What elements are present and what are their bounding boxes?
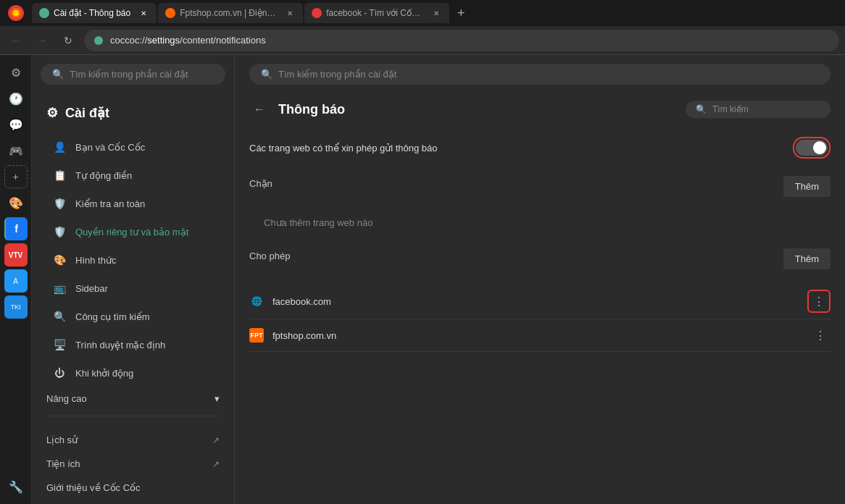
lich-su-label: Lịch sử <box>46 434 78 445</box>
notifications-panel: ← Thông báo 🔍 Các trang web có thể xin p… <box>235 85 845 366</box>
divider <box>46 416 220 416</box>
nav-item-tu-dong-dien[interactable]: 📋 Tự động điền <box>38 161 228 189</box>
toggle-wrapper <box>793 137 831 159</box>
nav-item-hinh-thuc[interactable]: 🎨 Hình thức <box>38 246 228 274</box>
sidebar-icon-history[interactable]: 🕐 <box>4 87 28 110</box>
sidebar-icon-messenger[interactable]: 💬 <box>4 113 28 136</box>
chan-section-row: Chặn Thêm <box>249 176 831 197</box>
sidebar-icon-tiki[interactable]: TKI <box>4 295 28 319</box>
external-link-icon-2: ↗ <box>212 459 220 469</box>
content-area: 🔍 ← Thông báo 🔍 Các trang web có thể xin… <box>235 55 845 504</box>
search-tool-icon: 🔍 <box>52 309 67 324</box>
palette-icon: 🎨 <box>52 253 67 267</box>
tien-ich-link[interactable]: Tiện ích ↗ <box>32 452 234 476</box>
tab-bar: Cài đặt - Thông báo ✕ Fptshop.com.vn | Đ… <box>0 0 845 26</box>
cho-phep-label: Cho phép <box>249 251 290 261</box>
tab-facebook-close[interactable]: ✕ <box>430 7 442 19</box>
content-search-icon: 🔍 <box>261 69 272 80</box>
notif-title-row: ← Thông báo <box>249 99 345 119</box>
nav-item-quyen-rieng-tu[interactable]: 🛡️ Quyền riêng tư và bảo mật <box>38 218 228 245</box>
browser-sidebar: ⚙ 🕐 💬 🎮 + 🎨 f VTV A TKI 🔧 <box>0 55 32 504</box>
settings-search-bar[interactable]: 🔍 <box>41 64 225 85</box>
external-link-icon: ↗ <box>212 435 220 445</box>
nav-item-cong-cu-tim-kiem[interactable]: 🔍 Công cụ tìm kiếm <box>38 303 228 330</box>
nav-label: Khi khởi động <box>75 368 133 379</box>
coccoc-logo-small <box>93 35 104 46</box>
notif-search-bar[interactable]: 🔍 <box>686 101 831 118</box>
address-bold: settings <box>147 35 180 46</box>
gioi-thieu-label: Giới thiệu về Cốc Cốc <box>46 482 141 493</box>
tab-settings-close[interactable]: ✕ <box>138 7 149 19</box>
address-bar[interactable]: coccoc://settings/content/notifications <box>84 30 839 51</box>
tab-facebook[interactable]: facebook - Tìm với Cốc Cốc ✕ <box>304 3 449 23</box>
back-button[interactable]: ← <box>6 30 26 51</box>
address-text: coccoc://settings/content/notifications <box>110 35 831 46</box>
sidebar-icon-tools[interactable]: 🔧 <box>4 475 28 498</box>
settings-title-text: Cài đặt <box>65 105 109 121</box>
nav-label: Kiểm tra an toàn <box>75 198 145 209</box>
nav-item-kiem-tra-an-toan[interactable]: 🛡️ Kiểm tra an toàn <box>38 190 228 217</box>
lich-su-link[interactable]: Lịch sử ↗ <box>32 428 234 452</box>
back-button-notif[interactable]: ← <box>249 99 270 119</box>
sidebar-icon-theme[interactable]: 🎨 <box>4 191 28 214</box>
notifications-title: Thông báo <box>278 102 345 117</box>
nav-label: Tự động điền <box>75 170 132 181</box>
facebook-three-dot-button[interactable]: ⋮ <box>809 291 829 311</box>
cho-phep-section: Cho phép Thêm 🌐 facebook.com ⋮ FPT fptsh… <box>249 248 831 352</box>
shield-icon: 🛡️ <box>52 196 67 211</box>
chan-empty: Chưa thêm trang web nào <box>249 211 831 234</box>
nav-label: Trình duyệt mặc định <box>75 340 165 350</box>
notif-search-input[interactable] <box>712 104 821 114</box>
tab-fptshop[interactable]: Fptshop.com.vn | Điện thoại... ✕ <box>158 3 303 23</box>
tab-settings-icon <box>39 8 49 18</box>
them-cho-phep-button[interactable]: Thêm <box>783 248 831 269</box>
sidebar-icon-settings[interactable]: ⚙ <box>4 61 28 84</box>
nav-item-sidebar[interactable]: 📺 Sidebar <box>38 274 228 302</box>
sidebar-icon-add[interactable]: + <box>4 165 28 188</box>
refresh-button[interactable]: ↻ <box>58 30 78 51</box>
nav-item-ban-va-coc-coc[interactable]: 👤 Bạn và Cốc Cốc <box>38 133 228 161</box>
fptshop-favicon: FPT <box>249 328 264 343</box>
browser-icon: 🖥️ <box>52 337 67 352</box>
nav-bar: ← → ↻ coccoc://settings/content/notifica… <box>0 26 845 55</box>
chan-label: Chặn <box>249 178 272 189</box>
search-icon: 🔍 <box>52 69 64 80</box>
sidebar-icon-app2[interactable]: A <box>4 269 28 293</box>
chan-section: Chặn Thêm Chưa thêm trang web nào <box>249 176 831 234</box>
tab-facebook-label: facebook - Tìm với Cốc Cốc <box>326 8 423 18</box>
svg-point-2 <box>13 10 19 16</box>
sidebar-icon-facebook-app[interactable]: f <box>4 217 28 240</box>
toggle-knob <box>813 141 826 154</box>
them-chan-button[interactable]: Thêm <box>783 176 831 197</box>
nav-item-trinh-duyet-mac-dinh[interactable]: 🖥️ Trình duyệt mặc định <box>38 331 228 358</box>
content-search-wrapper: 🔍 <box>235 55 845 85</box>
content-search-bar[interactable]: 🔍 <box>249 64 831 85</box>
chevron-down-icon: ▾ <box>215 393 220 404</box>
sidebar-icon-games[interactable]: 🎮 <box>4 139 28 162</box>
sidebar-icon-vtv[interactable]: VTV <box>4 243 28 266</box>
gioi-thieu-link[interactable]: Giới thiệu về Cốc Cốc <box>32 476 234 500</box>
facebook-favicon: 🌐 <box>249 294 264 308</box>
clipboard-icon: 📋 <box>52 168 67 182</box>
notifications-header: ← Thông báo 🔍 <box>249 99 831 119</box>
nav-label: Công cụ tìm kiếm <box>75 311 150 322</box>
tab-settings-label: Cài đặt - Thông báo <box>54 8 130 18</box>
settings-search-input[interactable] <box>70 69 214 80</box>
nav-label: Bạn và Cốc Cốc <box>75 142 145 153</box>
tab-fptshop-close[interactable]: ✕ <box>284 7 296 19</box>
content-search-input[interactable] <box>278 69 819 80</box>
main-toggle-label: Các trang web có thể xin phép gửi thông … <box>249 143 438 154</box>
settings-title: ⚙ Cài đặt <box>32 93 234 133</box>
tab-fptshop-label: Fptshop.com.vn | Điện thoại... <box>180 8 277 18</box>
tab-settings[interactable]: Cài đặt - Thông báo ✕ <box>32 3 157 23</box>
nav-label: Sidebar <box>75 283 108 294</box>
fptshop-site-name: fptshop.com.vn <box>272 330 802 341</box>
fptshop-three-dot-button[interactable]: ⋮ <box>810 325 831 345</box>
main-toggle[interactable] <box>796 140 828 156</box>
new-tab-button[interactable]: + <box>451 3 471 23</box>
nav-item-khi-khoi-dong[interactable]: ⏻ Khi khởi động <box>38 359 228 387</box>
facebook-site-name: facebook.com <box>272 296 799 307</box>
advanced-section[interactable]: Nâng cao ▾ <box>32 387 234 410</box>
forward-button[interactable]: → <box>32 30 52 51</box>
person-icon: 👤 <box>52 140 67 154</box>
